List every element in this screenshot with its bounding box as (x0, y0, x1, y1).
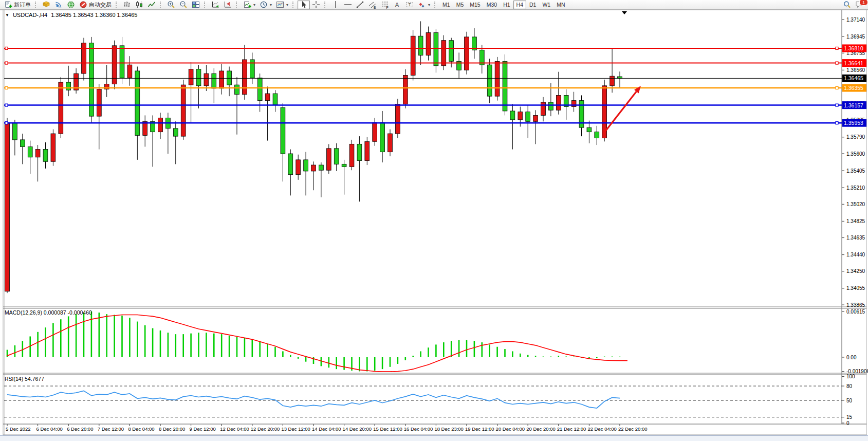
chart-ohlc-values: 1.36485 1.36543 1.36360 1.36465 (51, 12, 137, 18)
svg-text:1.35600: 1.35600 (846, 151, 865, 157)
chart-shift-button[interactable] (221, 1, 234, 9)
auto-trading-button[interactable]: 自动交易 (77, 1, 114, 9)
text-button[interactable]: A (391, 1, 403, 9)
svg-text:20 Dec 04:00: 20 Dec 04:00 (496, 426, 525, 432)
crosshair-icon (312, 1, 320, 9)
svg-text:100: 100 (846, 374, 855, 379)
market-button[interactable] (40, 1, 52, 9)
svg-text:6 Dec 04:00: 6 Dec 04:00 (36, 426, 63, 432)
svg-text:T: T (409, 2, 411, 7)
templates-button[interactable]: ▾ (274, 1, 290, 9)
crosshair-button[interactable] (310, 1, 322, 9)
bar-chart-icon (123, 1, 131, 9)
arrows-icon (418, 1, 426, 9)
new-order-icon (4, 1, 12, 9)
svg-text:0.00615: 0.00615 (846, 309, 865, 315)
timeframe-button-m1[interactable]: M1 (439, 1, 453, 9)
indicators-icon (243, 1, 251, 9)
horizontal-line-icon (344, 1, 352, 9)
arrows-button[interactable]: ▾ (416, 1, 432, 9)
tile-windows-button[interactable] (190, 1, 202, 9)
dropdown-caret: ▾ (286, 3, 288, 7)
new-order-button[interactable]: 新订单 (2, 1, 33, 9)
auto-trading-label: 自动交易 (89, 1, 112, 9)
trendline-icon (356, 1, 364, 9)
svg-text:19 Dec 12:00: 19 Dec 12:00 (465, 426, 494, 432)
globe-icon (67, 1, 75, 9)
chart-canvas[interactable]: 1.371401.369451.367551.365601.363651.361… (0, 0, 868, 441)
svg-text:E: E (374, 6, 376, 9)
timeframe-button-d1[interactable]: D1 (526, 1, 539, 9)
search-button[interactable] (841, 1, 853, 9)
horizontal-line-button[interactable] (342, 1, 354, 9)
timeframe-button-w1[interactable]: W1 (539, 1, 553, 9)
svg-text:14 Dec 20:00: 14 Dec 20:00 (343, 426, 372, 432)
timeframe-button-mn[interactable]: MN (553, 1, 568, 9)
signals-button[interactable] (52, 1, 65, 9)
candlestick-chart-button[interactable] (133, 1, 145, 9)
text-label-icon: T (405, 1, 414, 9)
vertical-line-button[interactable] (329, 1, 342, 9)
indicators-button[interactable]: ▾ (241, 1, 257, 9)
svg-text:22 Dec 20:00: 22 Dec 20:00 (618, 426, 648, 432)
timeframe-button-m15[interactable]: M15 (467, 1, 483, 9)
toolbar-grip (434, 2, 437, 8)
equidistant-channel-button[interactable]: E (366, 1, 379, 9)
svg-text:A: A (395, 2, 399, 9)
svg-text:1.36465: 1.36465 (844, 75, 863, 81)
bar-chart-button[interactable] (121, 1, 133, 9)
notification-badge[interactable]: 1 (859, 0, 868, 6)
fibonacci-icon: F (381, 1, 389, 9)
text-label-button[interactable]: T (403, 1, 416, 9)
chart-title-row: ▼ USDCAD-,H4 1.36485 1.36543 1.36360 1.3… (5, 12, 137, 18)
periods-button[interactable]: ▾ (257, 1, 274, 9)
toolbar-grip (160, 2, 163, 8)
equidistant-channel-icon: E (368, 1, 377, 9)
auto-scroll-button[interactable] (209, 1, 221, 9)
svg-text:7 Dec 12:00: 7 Dec 12:00 (98, 426, 124, 432)
trendline-button[interactable] (354, 1, 366, 9)
zoom-out-button[interactable] (177, 1, 190, 9)
svg-text:13 Dec 12:00: 13 Dec 12:00 (281, 426, 310, 432)
timeframe-button-h1[interactable]: H1 (500, 1, 513, 9)
vertical-line-icon (331, 1, 340, 9)
svg-text:1.36945: 1.36945 (846, 34, 865, 40)
timeframe-button-m30[interactable]: M30 (484, 1, 500, 9)
svg-text:1.35790: 1.35790 (846, 134, 865, 140)
svg-text:15 Dec 12:00: 15 Dec 12:00 (373, 426, 402, 432)
status-bar (0, 435, 868, 441)
cursor-button[interactable] (298, 1, 310, 9)
zoom-in-icon (167, 1, 175, 9)
signals-icon (54, 1, 63, 9)
timeframe-button-h4[interactable]: H4 (513, 1, 526, 9)
toolbar-grip (204, 2, 207, 8)
svg-text:16 Dec 04:00: 16 Dec 04:00 (404, 426, 433, 432)
toolbar-grip (35, 2, 38, 8)
svg-text:80: 80 (846, 383, 853, 389)
svg-text:50: 50 (846, 398, 853, 403)
chart-menu-caret[interactable]: ▼ (5, 13, 9, 17)
main-toolbar: 新订单 自动交易 ▾ ▾ (0, 0, 868, 10)
svg-text:1.35210: 1.35210 (846, 185, 865, 191)
svg-text:18 Dec 23:00: 18 Dec 23:00 (434, 426, 464, 432)
rsi-indicator-label: RSI(14) 54.7677 (5, 376, 44, 382)
svg-text:1.35405: 1.35405 (846, 168, 865, 174)
zoom-out-icon (179, 1, 188, 9)
svg-text:1.36355: 1.36355 (844, 85, 863, 91)
web-terminal-button[interactable] (65, 1, 77, 9)
market-icon (42, 1, 50, 9)
dropdown-caret: ▾ (428, 3, 430, 7)
line-chart-button[interactable] (145, 1, 158, 9)
zoom-in-button[interactable] (165, 1, 177, 9)
svg-text:1.34440: 1.34440 (846, 252, 865, 258)
timeframe-button-m5[interactable]: M5 (453, 1, 467, 9)
svg-text:1.34635: 1.34635 (846, 235, 865, 241)
toolbar-grip (324, 2, 327, 8)
fibonacci-button[interactable]: F (379, 1, 391, 9)
macd-indicator-label: MACD(12,26,9) 0.000087 -0.000460 (5, 309, 92, 316)
auto-scroll-icon (211, 1, 219, 9)
candlestick-chart-icon (135, 1, 143, 9)
toolbar-grip (292, 2, 296, 8)
text-icon: A (393, 1, 401, 9)
svg-text:15: 15 (846, 414, 853, 420)
